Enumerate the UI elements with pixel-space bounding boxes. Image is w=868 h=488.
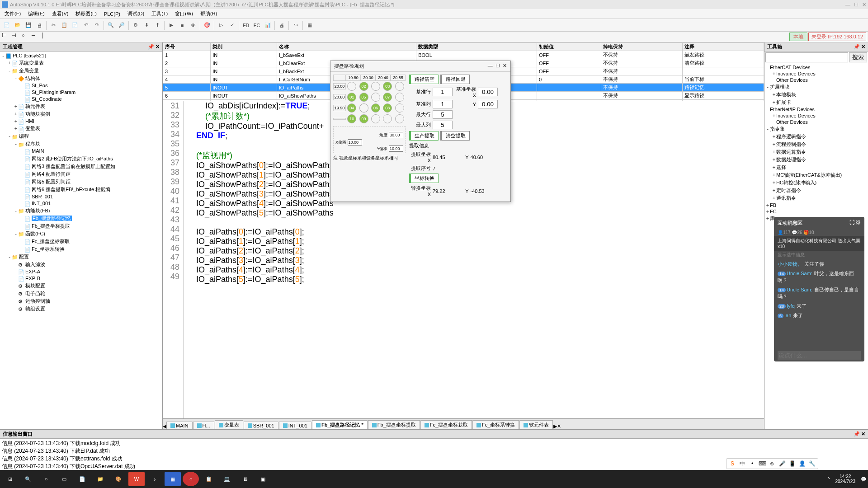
tab-nav-left[interactable]: ◀ [163,423,166,429]
grid-cell[interactable]: 04 [347,103,356,113]
app1-icon[interactable]: ▦ [165,472,181,486]
toolbox-node[interactable]: +Inovance Devices [765,70,867,77]
editor-tab[interactable]: Fc_坐标系转换 [472,420,519,429]
tiktok-icon[interactable]: ♪ [146,472,163,486]
y-offset-input[interactable] [389,145,403,152]
play-icon[interactable]: ▷ [216,20,226,30]
tree-node[interactable]: 📄网络2 此FB使用方法如下:IO_aiPaths [1,155,161,163]
clear-path-button[interactable]: 路径清空 [409,75,439,84]
grid-cell[interactable] [395,114,404,123]
pin-icon[interactable]: 📌 [854,431,860,436]
explorer-icon[interactable]: 📄 [74,472,90,486]
toolbox-node[interactable]: -EtherNet/IP Devices [765,106,867,113]
tree-node[interactable]: 📄Fb_摆盘坐标提取 [1,222,161,230]
tree-node[interactable]: 📄St_Pos [1,82,161,89]
tree-node[interactable]: 📄St_PlatingInitParam [1,89,161,96]
ime-icon[interactable]: S [728,460,736,468]
fb-icon[interactable]: FB [241,20,251,30]
editor-tab[interactable]: Fb_摆盘坐标提取 [368,420,420,429]
tree-node[interactable]: +📄轴元件表 [1,103,161,110]
grid-cell[interactable]: 03 [383,82,392,91]
grid-cell[interactable] [383,114,392,123]
maximize-icon[interactable]: ☐ [854,2,859,8]
find-icon[interactable]: 🔍 [106,20,116,30]
menu-item[interactable]: 调试(D) [125,9,147,18]
base-x-input[interactable] [478,88,498,96]
tree-node[interactable]: +📄功能块实例 [1,110,161,118]
column-header[interactable]: 数据类型 [416,43,537,51]
pin-icon[interactable]: 📌 [148,44,154,49]
ime-tool-icon[interactable]: 🔧 [808,460,816,468]
tree-node[interactable]: ⚙运动控制轴 [1,297,161,305]
tree-node[interactable]: 📄网络5 配置列间距 [1,178,161,186]
toolbox-node[interactable]: +FC [765,208,867,215]
wps-icon[interactable]: W [128,472,145,486]
chat-expand-icon[interactable]: ⛶ [849,220,854,225]
table-row[interactable]: 1INI_bSaveExtBOOLOFF不保持触发路径 [163,51,764,59]
column-header[interactable]: 类别 [211,43,277,51]
toolbox-node[interactable]: -EtherCAT Devices [765,64,867,70]
menu-item[interactable]: 梯形图(L) [73,9,99,18]
menu-item[interactable]: PLC(P) [101,10,123,18]
tree-node[interactable]: -📁编程 [1,132,161,140]
ime-user-icon[interactable]: 👤 [798,460,806,468]
column-header[interactable]: 序号 [163,43,211,51]
grid-cell[interactable]: 07 [383,93,392,102]
menu-item[interactable]: 窗口(W) [172,9,196,18]
tree-node[interactable]: -🔶结构体 [1,75,161,82]
max-row-input[interactable] [433,110,453,119]
base-y-input[interactable] [478,100,498,108]
editor-tab[interactable]: 变量表 [215,420,243,429]
ld-icon-3[interactable]: ○ [22,33,31,42]
toolbox-node[interactable]: +通讯指令 [765,194,867,202]
toolbox-node[interactable]: +MC轴控(EtherCAT&脉冲输出) [765,171,867,179]
column-header[interactable]: 注释 [683,43,764,51]
ime-punct-icon[interactable]: • [748,460,756,468]
grid-cell[interactable]: 10 [347,114,356,123]
tree-node[interactable]: ⚙输入滤波 [1,261,161,268]
app5-icon[interactable]: 🖥 [237,472,253,486]
panel-close-icon[interactable]: ✕ [156,44,160,49]
grid-cell[interactable]: 02 [359,82,368,91]
toolbox-node[interactable]: Other Devices [765,119,867,125]
minimize-icon[interactable]: — [845,2,850,8]
toolbox-search-input[interactable] [765,52,848,62]
paste-icon[interactable]: 📄 [70,20,80,30]
tree-node[interactable]: 📄Fc_摆盘坐标获取 [1,238,161,245]
tray-up-icon[interactable]: ^ [828,477,830,482]
exit-icon[interactable]: ↪ [291,20,301,30]
grid-cell[interactable] [347,82,356,91]
tree-node[interactable]: 📄网络4 配置行间距 [1,170,161,178]
tree-node[interactable]: 📄INT_001 [1,200,161,207]
save-icon[interactable]: 💾 [24,20,33,30]
paint-icon[interactable]: 🎨 [110,472,127,486]
editor-tab[interactable]: 软元件表 [519,420,553,429]
tree-node[interactable]: +📄HMI [1,118,161,125]
tree-node[interactable]: -📁函数(FC) [1,230,161,238]
stop-icon[interactable]: ■ [177,20,187,30]
cortana-button[interactable]: ○ [38,472,54,486]
compile-icon[interactable]: ⚙ [131,20,141,30]
ime-app-icon[interactable]: 📱 [788,460,796,468]
tree-node[interactable]: 📄EXP-A [1,268,161,275]
x-offset-input[interactable] [348,139,362,145]
generate-button[interactable]: 生产提取 [409,131,439,141]
toolbox-node[interactable]: -指令集 [765,125,867,133]
grid-cell[interactable] [395,103,404,113]
editor-tab[interactable]: INT_001 [279,422,311,429]
taskview-button[interactable]: ▭ [56,472,72,486]
chat-input[interactable] [778,351,861,360]
var-icon[interactable]: 📊 [263,20,273,30]
toolbox-node[interactable]: +数据处理指令 [765,156,867,164]
column-header[interactable]: 初始值 [537,43,601,51]
cut-icon[interactable]: ✂ [48,20,58,30]
column-header[interactable]: 掉电保持 [601,43,683,51]
toolbox-node[interactable]: +定时器指令 [765,187,867,194]
run-icon[interactable]: ▶ [166,20,176,30]
angle-input[interactable] [389,132,403,138]
new-icon[interactable]: 📄 [2,20,12,30]
clear-extract-button[interactable]: 清空提取 [440,131,470,141]
tree-node[interactable]: -📘PLC [Easy521] [1,52,161,59]
app4-icon[interactable]: 💻 [219,472,235,486]
toolbox-node[interactable]: Other Devices [765,77,867,83]
